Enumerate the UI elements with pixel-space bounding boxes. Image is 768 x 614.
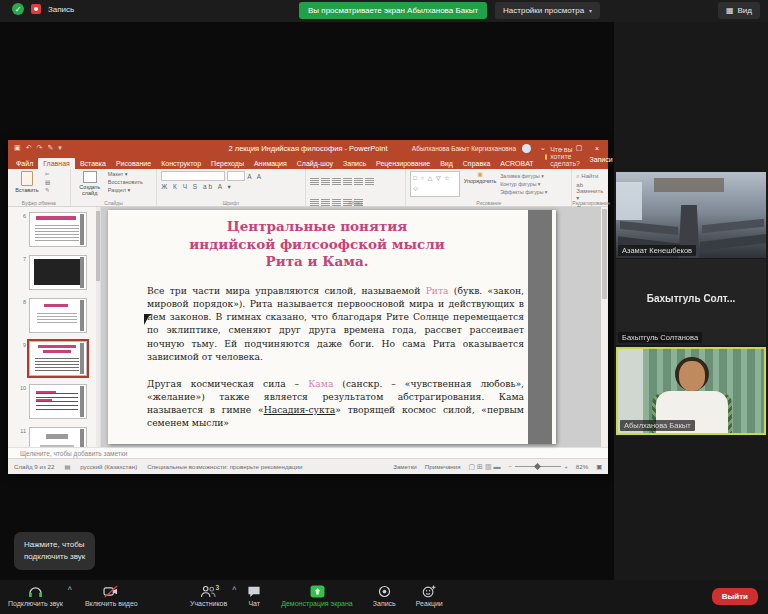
undo-icon[interactable]: ↶ — [26, 144, 32, 152]
notes-toggle[interactable]: Заметки — [393, 463, 417, 470]
close-icon[interactable]: × — [591, 145, 603, 152]
view-button[interactable]: ▦ Вид — [718, 2, 760, 19]
join-audio-button[interactable]: Подключить звук ^ — [8, 585, 63, 607]
redo-icon[interactable]: ↷ — [37, 144, 43, 152]
ribbon-tab-Вид[interactable]: Вид — [435, 158, 458, 169]
grow-shrink-font-icons[interactable]: A A — [247, 173, 263, 180]
slide-thumbnail-panel[interactable]: 67891011 — [8, 207, 101, 447]
ribbon-tab-ACROBAT[interactable]: ACROBAT — [495, 158, 538, 169]
language-indicator[interactable]: русский (Казахстан) — [80, 463, 137, 470]
ribbon-tab-Конструктор[interactable]: Конструктор — [156, 158, 206, 169]
ribbon-tab-Вставка[interactable]: Вставка — [75, 158, 111, 169]
participants-button[interactable]: 3 Участников ^ — [190, 585, 227, 607]
records-button[interactable]: Записи — [589, 156, 612, 163]
cut-icon[interactable]: ✂ — [45, 171, 50, 177]
zoom-slider[interactable]: −+ — [509, 463, 568, 470]
video-tile-azamat[interactable]: Азамат Кенешбеков — [616, 172, 766, 258]
share-screen-button[interactable]: Демонстрация экрана — [281, 585, 353, 607]
thumbnail-preview[interactable] — [29, 212, 87, 247]
thumbnail-scrollbar[interactable] — [96, 207, 100, 447]
viewing-screen-banner: Вы просматриваете экран Абылханова Бакыт — [299, 2, 487, 19]
view-settings-button[interactable]: Настройки просмотра ▾ — [495, 2, 600, 19]
slide-thumbnail-9[interactable]: 9 — [18, 341, 100, 376]
arrange-button[interactable]: ▣ Упорядочить — [463, 171, 497, 184]
slide-thumbnail-8[interactable]: 8 — [18, 298, 100, 333]
audio-options-chevron[interactable]: ^ — [68, 586, 72, 593]
restore-icon[interactable]: ▢ — [573, 144, 585, 152]
record-button[interactable]: Запись — [373, 585, 396, 607]
list-buttons[interactable] — [310, 171, 376, 189]
paste-button[interactable]: Вставить — [12, 171, 42, 193]
participants-options-chevron[interactable]: ^ — [232, 586, 236, 593]
notes-pane[interactable]: Щелкните, чтобы добавить заметки — [8, 447, 608, 458]
ribbon-tab-Справка[interactable]: Справка — [458, 158, 495, 169]
ribbon-tab-Анимация[interactable]: Анимация — [249, 158, 292, 169]
ribbon-tab-Рисование[interactable]: Рисование — [111, 158, 156, 169]
replace-button[interactable]: ab Заменить ▾ — [576, 182, 604, 201]
slide-thumbnail-6[interactable]: 6 — [18, 212, 100, 247]
thumbnail-preview[interactable] — [29, 255, 87, 290]
shape-effects-button[interactable]: Эффекты фигуры ▾ — [500, 189, 547, 195]
slide-paragraph-kama[interactable]: Другая космическая сила – Кама (санскр. … — [147, 377, 524, 430]
format-painter-icon[interactable]: ✎ — [45, 187, 50, 193]
thumbnail-number: 9 — [18, 341, 26, 348]
comments-toggle[interactable]: Примечания — [425, 463, 461, 470]
ribbon-tab-Слайд-шоу[interactable]: Слайд-шоу — [292, 158, 338, 169]
section-button[interactable]: Раздел ▾ — [108, 187, 143, 193]
font-group: A A Ж К Ч S ab A ▾ Шрифт — [157, 169, 305, 206]
shape-outline-button[interactable]: Контур фигуры ▾ — [500, 181, 547, 187]
slide-paragraph-rita[interactable]: Все три части мира управляются силой, на… — [147, 284, 524, 363]
ribbon-display-icon[interactable]: ⌄ — [537, 144, 549, 152]
spellcheck-icon[interactable]: ▤ — [64, 463, 70, 470]
layout-button[interactable]: Макет ▾ — [108, 171, 143, 177]
chat-button[interactable]: Чат — [247, 585, 261, 607]
thumbnail-preview[interactable] — [29, 298, 87, 333]
canvas-scrollbar[interactable] — [601, 207, 608, 447]
paragraph-group: Абзац — [306, 169, 407, 206]
qat-dropdown-icon[interactable]: ▾ — [58, 144, 62, 152]
participant-display-name: Бахытгуль Солт... — [616, 293, 766, 304]
ribbon-tab-Главная[interactable]: Главная — [38, 158, 75, 169]
slide-editing-area[interactable]: Центральные понятия индийской филсоофско… — [101, 207, 608, 447]
thumbnail-preview[interactable] — [29, 384, 87, 419]
minimize-icon[interactable]: – — [555, 145, 567, 152]
slide[interactable]: Центральные понятия индийской филсоофско… — [108, 210, 556, 444]
find-button[interactable]: ⌕ Найти — [576, 173, 604, 180]
ribbon-tab-Файл[interactable]: Файл — [11, 158, 38, 169]
ribbon-tab-Запись[interactable]: Запись — [338, 158, 371, 169]
start-video-button[interactable]: Включить видео — [85, 585, 138, 607]
save-icon[interactable]: ▣ — [14, 144, 21, 152]
slide-thumbnail-10[interactable]: 10 — [18, 384, 100, 419]
shape-fill-button[interactable]: Заливка фигуры ▾ — [500, 173, 547, 179]
reset-button[interactable]: Восстановить — [108, 179, 143, 185]
thumbnail-preview[interactable] — [29, 427, 87, 447]
copy-icon[interactable]: ▤ — [45, 179, 50, 185]
video-tile-bakhytgul[interactable]: Бахытгуль Солт... Бахытгуль Солтанова — [616, 259, 766, 345]
view-mode-buttons[interactable]: ▢ ⊞ ▥ ▬ — [469, 463, 501, 471]
video-tile-abylkhanova-active-speaker[interactable]: Абылханова Бакыт — [616, 347, 766, 435]
font-size-combobox[interactable] — [227, 171, 245, 181]
slide-counter: Слайд 9 из 22 — [14, 463, 54, 470]
account-avatar[interactable] — [522, 144, 531, 153]
shapes-gallery[interactable]: □ ○ △ ▽ ☆ ◇ — [410, 171, 460, 197]
grid-view-icon: ▦ — [726, 6, 734, 15]
new-slide-button[interactable]: Создать слайд — [75, 171, 105, 196]
slide-thumbnail-7[interactable]: 7 — [18, 255, 100, 290]
zoom-level[interactable]: 82% — [576, 463, 588, 470]
reactions-button[interactable]: Реакции — [416, 585, 443, 607]
fit-slide-icon[interactable]: ▣ — [596, 463, 602, 470]
accessibility-checker[interactable]: Специальные возможности: проверьте реком… — [147, 463, 302, 470]
security-shield-icon[interactable]: ✓ — [12, 3, 24, 15]
quick-access-toolbar[interactable]: ▣ ↶ ↷ ✎ ▾ — [14, 144, 62, 152]
headset-icon — [28, 585, 43, 598]
slide-thumbnail-11[interactable]: 11 — [18, 427, 100, 447]
thumbnail-preview[interactable] — [29, 341, 87, 376]
pen-icon[interactable]: ✎ — [47, 144, 53, 152]
ribbon-tab-Рецензирование[interactable]: Рецензирование — [371, 158, 435, 169]
font-name-combobox[interactable] — [161, 171, 225, 181]
font-style-buttons[interactable]: Ж К Ч S ab A ▾ — [161, 183, 232, 191]
slide-title[interactable]: Центральные понятия индийской филсоофско… — [128, 218, 506, 271]
ribbon-tab-Переходы[interactable]: Переходы — [206, 158, 249, 169]
leave-meeting-button[interactable]: Выйти — [712, 588, 758, 605]
connect-audio-tooltip: Нажмите, чтобы подключить звук — [14, 532, 95, 570]
